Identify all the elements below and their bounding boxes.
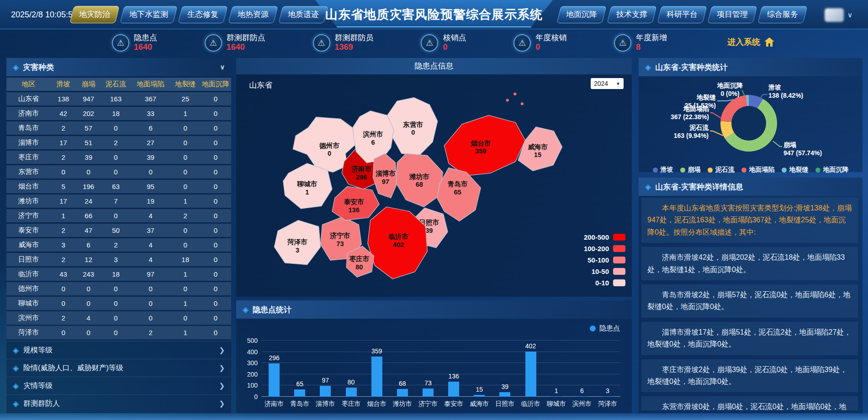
bar[interactable] (371, 357, 382, 397)
bar-group: 1聊城市 (544, 341, 569, 397)
user-menu[interactable]: ∨ (825, 8, 852, 22)
details-list[interactable]: 本年度山东省地质灾害按照灾害类型划分:滑坡138处，崩塌947处，泥石流163处… (641, 198, 861, 410)
bar[interactable] (269, 363, 280, 397)
table-row[interactable]: 德州市000000 (6, 282, 231, 295)
table-row[interactable]: 聊城市000010 (6, 297, 231, 310)
table-cell: 163 (101, 95, 131, 103)
bar[interactable] (346, 388, 357, 397)
donut-legend-item[interactable]: 滑坡 (653, 166, 673, 174)
leader-line (710, 131, 723, 136)
accordion-item[interactable]: ◈规模等级❯ (6, 341, 231, 359)
collapse-chevron-icon[interactable]: ∨ (220, 63, 225, 71)
map-city-value: 80 (355, 263, 363, 271)
table-row[interactable]: 烟台市5196639500 (6, 180, 231, 193)
table-cell: 0 (101, 299, 131, 307)
bar[interactable] (474, 395, 485, 397)
table-row[interactable]: 威海市362400 (6, 238, 231, 252)
donut-callout-value: 947 (57.74%) (783, 149, 822, 158)
table-row[interactable]: 山东省138947163367250 (6, 92, 231, 105)
detail-item: 本年度山东省地质灾害按照灾害类型划分:滑坡138处，崩塌947处，泥石流163处… (641, 198, 858, 243)
bar[interactable] (448, 382, 459, 397)
table-row[interactable]: 东营市000000 (6, 165, 231, 178)
donut-legend: 滑坡崩塌泥石流地面塌陷地裂缝地面沉降 (639, 166, 863, 174)
table-row[interactable]: 济宁市1660420 (6, 209, 231, 222)
table-cell: 43 (51, 270, 76, 278)
bar[interactable] (397, 389, 408, 397)
table-cell: 63 (101, 183, 131, 190)
table-row[interactable]: 菏泽市000210 (6, 326, 231, 339)
table-row[interactable]: 泰安市247503700 (6, 224, 231, 237)
accordion-item[interactable]: ◈灾情等级❯ (6, 377, 231, 394)
table-cell: 57 (76, 124, 101, 132)
table-row[interactable]: 青岛市2570600 (6, 121, 231, 135)
table-cell: 2 (170, 212, 200, 220)
bar[interactable] (551, 396, 562, 397)
table-row[interactable]: 淄博市175122700 (6, 136, 231, 149)
datetime: 2025/2/8 10:05:54 (11, 10, 77, 20)
bar[interactable] (525, 352, 536, 397)
table-cell: 3 (51, 241, 76, 249)
bar[interactable] (499, 392, 510, 397)
table-cell: 0 (200, 95, 231, 103)
nav-tab[interactable]: 地面沉降 (556, 6, 606, 23)
donut-callout-name: 泥石流 (674, 124, 709, 132)
nav-tab[interactable]: 地热资源 (228, 6, 278, 23)
table-row[interactable]: 滨州市240000 (6, 311, 231, 325)
table-cell: 潍坊市 (6, 197, 51, 205)
bar[interactable] (577, 396, 587, 397)
table-cell: 济宁市 (6, 211, 51, 220)
donut-callout-label: 崩塌947 (57.74%) (783, 141, 822, 157)
table-cell: 0 (200, 197, 231, 205)
left-panel: ◈ 灾害种类 ∨ 地区滑坡崩塌泥石流地面塌陷地裂缝地面沉降山东省13894716… (6, 58, 231, 413)
donut-legend-item[interactable]: 地面塌陷 (741, 166, 775, 174)
table-cell: 196 (76, 183, 101, 190)
map-legend-swatch (613, 268, 625, 275)
bar[interactable] (294, 389, 305, 397)
accordion-item[interactable]: ◈群测群防人❯ (6, 394, 231, 412)
donut-legend-item[interactable]: 地面沉降 (815, 166, 849, 174)
detail-item: 淄博市滑坡17处，崩塌51处，泥石流2处，地面塌陷27处，地裂缝0处，地面沉降0… (641, 322, 858, 355)
donut-legend-item[interactable]: 地裂缝 (782, 166, 809, 174)
donut-legend-item[interactable]: 泥石流 (708, 166, 735, 174)
table-row[interactable]: 潍坊市172471910 (6, 194, 231, 208)
donut-legend-label: 崩塌 (688, 166, 701, 174)
map-legend-swatch (613, 279, 625, 286)
table-row[interactable]: 济南市42202183310 (6, 107, 231, 120)
bar[interactable] (423, 388, 434, 397)
nav-tab[interactable]: 生态修复 (178, 6, 228, 23)
legend-dot-icon (653, 168, 658, 173)
bar-chart-legend[interactable]: 隐患点 (590, 324, 620, 333)
chevron-down-icon: ∨ (847, 11, 852, 19)
nav-tab[interactable]: 地下水监测 (120, 6, 177, 23)
table-cell: 0 (170, 226, 200, 234)
table-cell: 0 (200, 285, 231, 293)
bar[interactable] (320, 386, 331, 397)
map-legend-label: 10-50 (592, 268, 609, 275)
nav-tab[interactable]: 地灾防治 (69, 6, 119, 23)
stat-texts: 群测群防员1369 (335, 33, 374, 52)
nav-tab-label: 技术支撑 (616, 6, 647, 23)
table-cell: 0 (131, 299, 170, 307)
table-row[interactable]: 枣庄市23903900 (6, 151, 231, 164)
avatar[interactable] (825, 8, 844, 22)
table-row[interactable]: 日照市21234180 (6, 253, 231, 266)
nav-tab[interactable]: 项目管理 (707, 6, 757, 23)
home-icon (764, 37, 775, 47)
table-row[interactable]: 临沂市43243189710 (6, 268, 231, 281)
warning-icon: ⚠ (313, 34, 330, 52)
donut-callout-name: 地面沉降 (703, 82, 757, 90)
diamond-icon: ◈ (13, 346, 19, 355)
nav-tab[interactable]: 技术支撑 (607, 6, 656, 23)
nav-tab[interactable]: 科研平台 (657, 6, 707, 23)
enter-system-button[interactable]: 进入系统 (727, 37, 775, 47)
diamond-icon: ◈ (13, 63, 19, 72)
bar[interactable] (602, 396, 613, 397)
map-island (521, 102, 524, 105)
bar-group: 80枣庄市 (339, 341, 364, 397)
map-legend: 200-500100-20050-10010-500-10 (584, 233, 625, 287)
map-city-value: 39 (425, 227, 433, 234)
nav-tab[interactable]: 综合服务 (757, 6, 807, 23)
donut-legend-item[interactable]: 崩塌 (680, 166, 701, 174)
accordion-item[interactable]: ◈险情(威胁人口、威胁财产)等级❯ (6, 359, 231, 377)
bar-value: 296 (260, 354, 288, 362)
